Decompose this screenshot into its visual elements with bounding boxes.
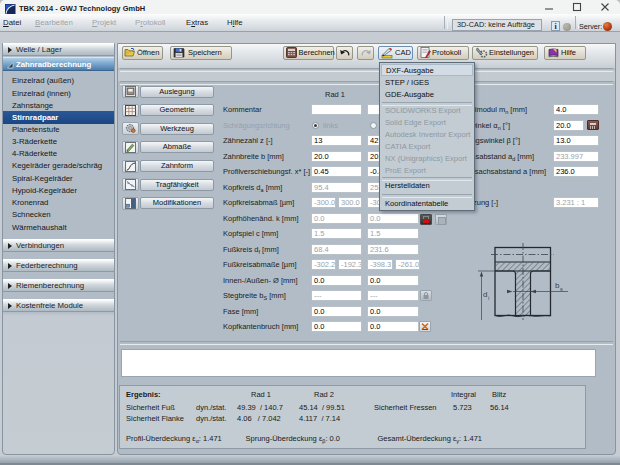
svg-text:i: i [488,295,489,301]
svg-text:s: s [560,286,563,292]
svg-text:d: d [483,290,487,299]
